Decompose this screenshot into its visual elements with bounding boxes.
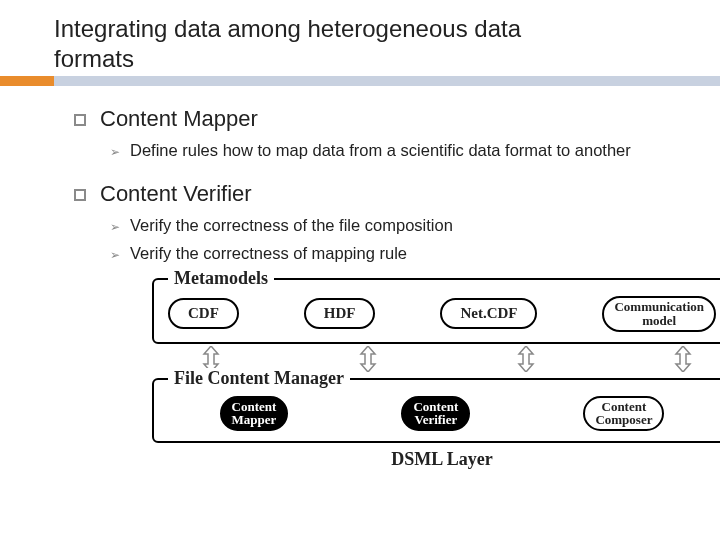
chevron-icon: ➢ <box>110 248 120 264</box>
verifier-sub1: Verify the correctness of the file compo… <box>130 215 453 236</box>
pill-content-composer: ContentComposer <box>583 396 664 431</box>
bullet-content-verifier: Content Verifier <box>100 181 252 207</box>
metamodels-box: Metamodels CDF HDF Net.CDF Communication… <box>152 278 720 343</box>
slide-title-line1: Integrating data among heterogeneous dat… <box>54 14 720 44</box>
bullet-content-mapper: Content Mapper <box>100 106 258 132</box>
pill-content-mapper: ContentMapper <box>220 396 289 431</box>
fcm-label: File Content Manager <box>168 368 350 389</box>
metamodels-label: Metamodels <box>168 268 274 289</box>
title-underline <box>0 76 720 86</box>
svg-marker-1 <box>361 346 375 372</box>
svg-marker-3 <box>676 346 690 372</box>
verifier-sub2: Verify the correctness of mapping rule <box>130 243 407 264</box>
pill-hdf: HDF <box>304 298 376 329</box>
double-arrow-icon <box>359 346 377 372</box>
chevron-icon: ➢ <box>110 145 120 161</box>
chevron-icon: ➢ <box>110 220 120 236</box>
svg-marker-2 <box>519 346 533 372</box>
mapper-sub1: Define rules how to map data from a scie… <box>130 140 631 161</box>
dsml-layer-label: DSML Layer <box>152 449 720 470</box>
file-content-manager-box: File Content Manager ContentMapper Conte… <box>152 378 720 443</box>
square-bullet-icon <box>74 189 86 201</box>
pill-netcdf: Net.CDF <box>440 298 537 329</box>
slide-title-line2: formats <box>54 44 720 74</box>
architecture-diagram: Metamodels CDF HDF Net.CDF Communication… <box>152 278 720 470</box>
pill-comm-model: Communicationmodel <box>602 296 716 331</box>
pill-content-verifier: ContentVerifier <box>401 396 470 431</box>
pill-cdf: CDF <box>168 298 239 329</box>
square-bullet-icon <box>74 114 86 126</box>
double-arrow-icon <box>517 346 535 372</box>
double-arrow-icon <box>674 346 692 372</box>
